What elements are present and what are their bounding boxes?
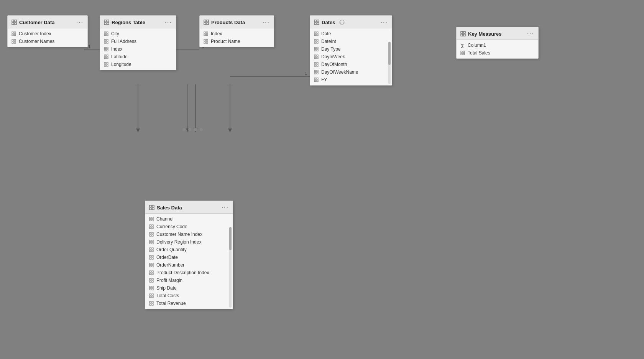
svg-point-12 xyxy=(188,128,191,131)
svg-rect-125 xyxy=(150,225,151,226)
table-row: ∑ Column1 xyxy=(457,41,538,49)
table-row: Order Quantity xyxy=(145,246,227,254)
svg-rect-138 xyxy=(152,248,153,249)
table-row: Channel xyxy=(145,215,227,223)
svg-rect-21 xyxy=(12,23,14,25)
dates-body: Date DateInt Day Type xyxy=(310,28,392,85)
col-icon xyxy=(204,39,209,44)
svg-rect-131 xyxy=(150,235,151,236)
products-data-header: Products Data ··· xyxy=(200,16,274,28)
svg-rect-40 xyxy=(107,40,108,41)
scrollbar-thumb[interactable] xyxy=(388,42,391,65)
svg-rect-93 xyxy=(317,55,318,56)
svg-text:1: 1 xyxy=(305,71,307,76)
svg-rect-65 xyxy=(204,42,205,43)
svg-rect-56 xyxy=(207,20,209,22)
svg-rect-150 xyxy=(152,271,153,272)
svg-rect-147 xyxy=(150,265,151,267)
sales-data-body: Channel Currency Code Customer Name Inde… xyxy=(145,214,233,309)
dates-menu[interactable]: ··· xyxy=(381,19,388,26)
svg-rect-105 xyxy=(317,78,318,79)
svg-rect-32 xyxy=(107,20,109,22)
svg-rect-157 xyxy=(150,286,151,288)
svg-rect-53 xyxy=(104,65,106,66)
svg-rect-95 xyxy=(317,57,318,59)
customer-data-menu[interactable]: ··· xyxy=(76,19,84,26)
svg-rect-19 xyxy=(12,20,14,22)
table-row: Total Revenue xyxy=(145,300,227,307)
svg-rect-70 xyxy=(317,23,319,25)
svg-rect-143 xyxy=(150,258,151,259)
scrollbar-track[interactable] xyxy=(229,227,232,308)
table-row: Full Address xyxy=(100,38,176,45)
svg-rect-154 xyxy=(152,278,153,280)
dates-table: Dates ··· Date xyxy=(310,15,392,86)
sales-data-header: Sales Data ··· xyxy=(145,201,233,214)
table-row: Date xyxy=(310,30,386,38)
table-row: Profit Margin xyxy=(145,277,227,284)
scrollbar-track[interactable] xyxy=(388,42,391,84)
dates-title: Dates xyxy=(322,20,335,25)
svg-rect-61 xyxy=(204,34,205,36)
col-icon xyxy=(149,278,154,283)
col-icon xyxy=(149,263,154,268)
svg-line-76 xyxy=(341,21,341,21)
svg-rect-69 xyxy=(314,23,316,25)
svg-rect-41 xyxy=(104,42,106,43)
svg-text:1: 1 xyxy=(88,44,90,49)
col-icon xyxy=(149,232,154,237)
svg-rect-104 xyxy=(314,78,316,79)
svg-rect-134 xyxy=(152,240,153,242)
sales-data-menu[interactable]: ··· xyxy=(222,204,229,211)
key-measures-menu[interactable]: ··· xyxy=(527,30,534,37)
table-row: DayOfWeekName xyxy=(310,68,386,76)
svg-rect-161 xyxy=(150,294,151,295)
col-icon xyxy=(149,255,154,260)
svg-rect-90 xyxy=(314,49,316,51)
svg-rect-167 xyxy=(150,304,151,305)
col-icon xyxy=(104,62,109,67)
col-icon xyxy=(204,31,209,36)
scrollbar-thumb[interactable] xyxy=(229,227,232,250)
table-row: Longitude xyxy=(100,61,176,68)
svg-point-14 xyxy=(200,128,203,131)
svg-rect-166 xyxy=(152,301,153,303)
regions-table-card: Regions Table ··· City Full Address xyxy=(100,15,176,70)
customer-data-header: Customer Data ··· xyxy=(8,16,87,28)
col-icon xyxy=(314,62,319,67)
svg-rect-140 xyxy=(152,250,153,252)
table-row: City xyxy=(100,30,176,38)
svg-rect-94 xyxy=(314,57,316,59)
svg-rect-133 xyxy=(150,240,151,242)
table-row: Day Type xyxy=(310,45,386,53)
svg-rect-118 xyxy=(152,205,154,207)
svg-rect-108 xyxy=(461,31,463,33)
regions-table-menu[interactable]: ··· xyxy=(165,19,172,26)
key-measures-table: Key Measures ··· ∑ Column1 Total Sales xyxy=(456,27,539,59)
sales-data-title: Sales Data xyxy=(157,205,182,211)
svg-rect-162 xyxy=(152,294,153,295)
svg-rect-135 xyxy=(150,242,151,244)
svg-rect-38 xyxy=(107,34,108,36)
svg-rect-123 xyxy=(150,219,151,221)
svg-rect-115 xyxy=(461,53,462,55)
svg-rect-30 xyxy=(14,42,16,43)
table-row: Ship Date xyxy=(145,284,227,292)
table-row: Product Name xyxy=(200,38,274,45)
table-row: DayInWeek xyxy=(310,53,386,61)
table-row: Customer Name Index xyxy=(145,231,227,238)
svg-rect-33 xyxy=(104,23,106,25)
products-data-menu[interactable]: ··· xyxy=(263,19,270,26)
sigma-icon: ∑ xyxy=(460,43,465,48)
svg-rect-127 xyxy=(150,227,151,229)
table-row: OrderNumber xyxy=(145,261,227,269)
svg-rect-113 xyxy=(461,51,462,53)
dates-header: Dates ··· xyxy=(310,16,392,28)
svg-rect-84 xyxy=(314,40,316,41)
svg-rect-144 xyxy=(152,258,153,259)
svg-rect-114 xyxy=(463,51,465,53)
svg-rect-91 xyxy=(317,49,318,51)
svg-rect-165 xyxy=(150,301,151,303)
col-icon xyxy=(149,247,154,252)
svg-rect-39 xyxy=(104,40,106,41)
